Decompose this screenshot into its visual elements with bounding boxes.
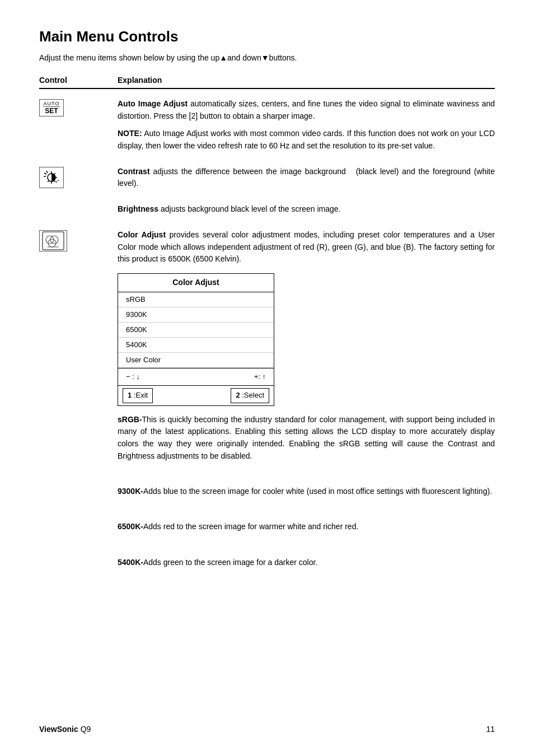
page-title: Main Menu Controls xyxy=(39,28,495,45)
table-row-6500k: 6500K xyxy=(118,323,274,338)
table-row-user-color: User Color xyxy=(118,353,274,368)
color-adjust-nav-row: − : ↓ +: ↑ xyxy=(118,368,274,385)
color-adjust-table: Color Adjust sRGB 9300K 6500K 5400K User… xyxy=(118,273,274,406)
column-header-control: Control xyxy=(39,76,118,85)
svg-line-0 xyxy=(46,171,48,173)
table-row-srgb: sRGB xyxy=(118,292,274,307)
intro-text: Adjust the menu items shown below by usi… xyxy=(39,53,495,62)
color-adjust-table-title: Color Adjust xyxy=(118,274,274,292)
footer-brand: ViewSonic Q9 xyxy=(39,725,91,734)
svg-line-8 xyxy=(54,173,55,175)
color-adjust-row: Color Adjust provides several color adju… xyxy=(39,229,495,569)
svg-point-10 xyxy=(56,181,57,183)
select-button[interactable]: 2 :Select xyxy=(231,388,269,403)
brightness-text: Brightness adjusts background black leve… xyxy=(118,203,495,216)
auto-image-adjust-row: AUTO SET Auto Image Adjust automatically… xyxy=(39,98,495,152)
auto-set-icon: AUTO SET xyxy=(39,98,118,116)
svg-line-6 xyxy=(54,180,55,182)
nav-plus: +: ↑ xyxy=(254,371,266,382)
color-adjust-icon xyxy=(39,229,118,251)
brightness-row: Brightness adjusts background black leve… xyxy=(39,203,495,216)
svg-point-11 xyxy=(58,180,59,181)
svg-line-4 xyxy=(48,180,49,182)
table-row-9300k: 9300K xyxy=(118,307,274,323)
contrast-icon xyxy=(39,166,118,188)
auto-image-adjust-text: Auto Image Adjust automatically sizes, c… xyxy=(118,98,495,152)
contrast-text: Contrast adjusts the difference between … xyxy=(118,166,495,190)
footer-page-number: 11 xyxy=(486,725,495,734)
contrast-row: Contrast adjusts the difference between … xyxy=(39,166,495,190)
exit-select-row: 1 :Exit 2 :Select xyxy=(118,385,274,405)
svg-line-1 xyxy=(44,173,46,174)
table-row-5400k: 5400K xyxy=(118,338,274,353)
exit-button[interactable]: 1 :Exit xyxy=(123,388,153,403)
footer: ViewSonic Q9 11 xyxy=(39,725,495,734)
column-header-explanation: Explanation xyxy=(118,76,162,85)
color-adjust-text: Color Adjust provides several color adju… xyxy=(118,229,495,569)
nav-minus: − : ↓ xyxy=(126,371,140,382)
